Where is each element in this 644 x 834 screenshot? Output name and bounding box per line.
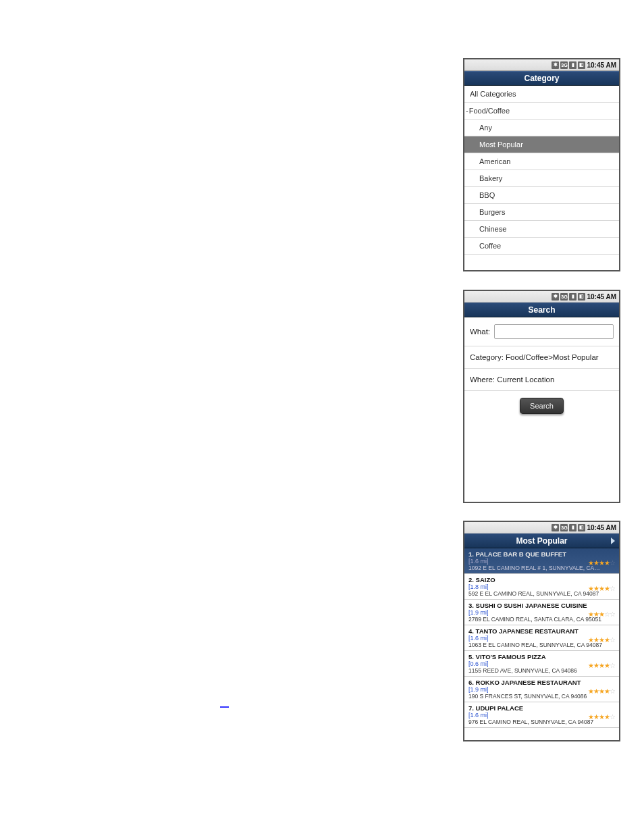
result-name: 5. VITO'S FAMOUS PIZZA: [468, 653, 615, 660]
search-form: What: Category: Food/Coffee>Most Popular…: [464, 317, 619, 421]
result-name: 4. TANTO JAPANESE RESTAURANT: [468, 627, 615, 635]
category-item[interactable]: Coffee: [464, 238, 619, 255]
3g-icon: 3G: [560, 524, 568, 531]
bluetooth-icon: ✱: [552, 61, 559, 69]
result-name: 3. SUSHI O SUSHI JAPANESE CUISINE: [468, 602, 615, 609]
category-item[interactable]: Burgers: [464, 204, 619, 221]
statusbar: ✱ 3G ▮ ◧ 10:45 AM: [464, 291, 619, 303]
result-name: 7. UDUPI PALACE: [468, 704, 615, 712]
title-text: Most Popular: [516, 536, 567, 546]
status-time: 10:45 AM: [587, 524, 616, 531]
result-row[interactable]: 1. PALACE BAR B QUE BUFFET[1.6 mi]1092 E…: [464, 548, 619, 574]
result-row[interactable]: 3. SUSHI O SUSHI JAPANESE CUISINE[1.9 mi…: [464, 600, 619, 625]
battery-icon: ◧: [578, 61, 585, 69]
category-item[interactable]: Most Popular: [464, 136, 619, 153]
phone-screenshot-category: ✱ 3G ▮ ◧ 10:45 AM Category All Categorie…: [463, 58, 620, 271]
status-time: 10:45 AM: [587, 293, 616, 301]
result-row[interactable]: 7. UDUPI PALACE[1.6 mi]976 EL CAMINO REA…: [464, 702, 619, 728]
category-list: All Categories Food/Coffee AnyMost Popul…: [464, 86, 619, 255]
result-row[interactable]: 2. SAIZO[1.8 mi]592 E EL CAMINO REAL, SU…: [464, 574, 619, 600]
battery-icon: ◧: [578, 293, 585, 301]
result-name: 6. ROKKO JAPANESE RESTAURANT: [468, 679, 615, 686]
signal-icon: ▮: [569, 61, 576, 69]
category-item[interactable]: Any: [464, 120, 619, 136]
result-name: 2. SAIZO: [468, 576, 615, 583]
phone-screenshot-search: ✱ 3G ▮ ◧ 10:45 AM Search What: Category:…: [463, 290, 620, 503]
result-stars: ★★★★☆: [588, 559, 615, 567]
3g-icon: 3G: [560, 61, 568, 69]
signal-icon: ▮: [569, 524, 576, 531]
title-text: Category: [524, 74, 559, 83]
result-stars: ★★★☆☆: [588, 610, 615, 618]
chevron-right-icon[interactable]: [611, 538, 615, 544]
result-row[interactable]: 5. VITO'S FAMOUS PIZZA[0.6 mi]1155 REED …: [464, 651, 619, 677]
what-label: What:: [470, 328, 490, 336]
battery-icon: ◧: [578, 524, 585, 531]
what-input[interactable]: [494, 324, 614, 339]
bluetooth-icon: ✱: [552, 524, 559, 531]
bluetooth-icon: ✱: [552, 293, 559, 301]
phone-screenshot-results: ✱ 3G ▮ ◧ 10:45 AM Most Popular 1. PALACE…: [463, 521, 620, 741]
titlebar: Search: [464, 303, 619, 317]
result-stars: ★★★★☆: [588, 662, 615, 669]
search-button[interactable]: Search: [520, 398, 564, 414]
where-row[interactable]: Where: Current Location: [464, 369, 619, 391]
category-item[interactable]: Chinese: [464, 221, 619, 238]
status-time: 10:45 AM: [587, 61, 616, 69]
statusbar: ✱ 3G ▮ ◧ 10:45 AM: [464, 522, 619, 533]
result-row[interactable]: 4. TANTO JAPANESE RESTAURANT[1.6 mi]1063…: [464, 625, 619, 651]
result-row[interactable]: 6. ROKKO JAPANESE RESTAURANT[1.9 mi]190 …: [464, 677, 619, 702]
3g-icon: 3G: [560, 293, 568, 301]
result-stars: ★★★★☆: [588, 687, 615, 695]
signal-icon: ▮: [569, 293, 576, 301]
titlebar: Category: [464, 71, 619, 86]
category-item[interactable]: BBQ: [464, 187, 619, 204]
category-item[interactable]: American: [464, 153, 619, 170]
category-all[interactable]: All Categories: [464, 86, 619, 103]
statusbar: ✱ 3G ▮ ◧ 10:45 AM: [464, 59, 619, 71]
search-button-wrap: Search: [464, 391, 619, 421]
link-underline: [220, 706, 229, 708]
category-item[interactable]: Bakery: [464, 170, 619, 187]
result-stars: ★★★★☆: [588, 636, 615, 644]
titlebar: Most Popular: [464, 533, 619, 548]
result-stars: ★★★★☆: [588, 713, 615, 721]
result-stars: ★★★★☆: [588, 585, 615, 592]
category-row[interactable]: Category: Food/Coffee>Most Popular: [464, 346, 619, 369]
title-text: Search: [528, 305, 555, 315]
results-list: 1. PALACE BAR B QUE BUFFET[1.6 mi]1092 E…: [464, 548, 619, 728]
category-food-coffee[interactable]: Food/Coffee: [464, 103, 619, 120]
what-row: What:: [464, 317, 619, 346]
result-name: 1. PALACE BAR B QUE BUFFET: [468, 550, 615, 558]
